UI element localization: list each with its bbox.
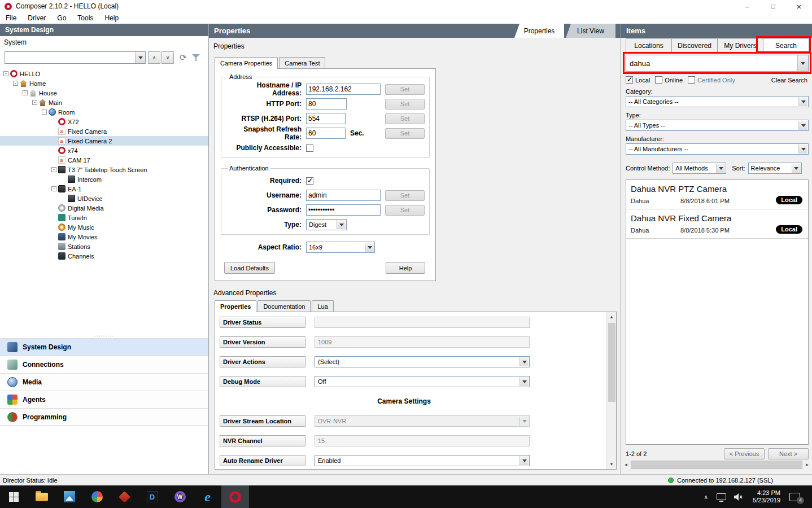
tree-item-house[interactable]: -House [0, 88, 208, 98]
scroll-down-icon[interactable]: ▼ [607, 459, 617, 469]
vertical-scrollbar[interactable]: ▲ ▼ [606, 312, 616, 469]
tab-list-view[interactable]: List View [566, 24, 615, 38]
tray-chevron-icon[interactable]: ∧ [699, 494, 713, 500]
snapshot-rate-input[interactable] [306, 128, 346, 139]
scroll-right-icon[interactable]: ► [802, 460, 812, 470]
type-select[interactable]: -- All Types -- [626, 120, 809, 131]
nav-media[interactable]: Media [0, 373, 208, 391]
driver-search-input[interactable] [626, 55, 808, 71]
tree-item-tunein[interactable]: TuneIn [0, 213, 208, 222]
minimize-button[interactable] [734, 0, 760, 12]
set-hostname-button[interactable]: Set [385, 84, 425, 95]
tab-lua[interactable]: Lua [312, 300, 333, 312]
scrollbar-thumb[interactable] [608, 323, 615, 402]
volume-muted-icon[interactable] [734, 493, 743, 501]
taskbar-app-d-app[interactable] [138, 485, 166, 508]
menu-go[interactable]: Go [51, 14, 72, 22]
menu-help[interactable]: Help [99, 14, 124, 22]
set-username-button[interactable]: Set [385, 190, 425, 201]
property-value-driver-actions[interactable]: (Select) [315, 356, 530, 367]
help-button[interactable]: Help [386, 262, 425, 274]
next-page-button[interactable]: Next > [768, 448, 809, 459]
tab-advanced-properties[interactable]: Properties [215, 300, 256, 312]
tab-camera-properties[interactable]: Camera Properties [215, 57, 278, 69]
collapse-icon[interactable]: - [51, 167, 56, 172]
tree-item-home[interactable]: -Home [0, 78, 208, 88]
collapse-icon[interactable]: - [32, 100, 37, 105]
taskbar-app-internet-explorer[interactable] [194, 485, 221, 508]
collapse-icon[interactable]: - [51, 186, 56, 191]
set-password-button[interactable]: Set [385, 205, 425, 216]
local-checkbox[interactable] [626, 76, 633, 84]
nav-agents[interactable]: Agents [0, 391, 208, 408]
tree-item-fixed-camera[interactable]: Fixed Camera [0, 126, 208, 136]
menu-tools[interactable]: Tools [72, 14, 99, 22]
required-checkbox[interactable] [306, 177, 313, 185]
tab-discovered[interactable]: Discovered [671, 38, 718, 52]
scroll-left-icon[interactable]: ◄ [621, 460, 631, 470]
manufacturer-select[interactable]: -- All Manufacturers -- [626, 143, 809, 155]
scroll-up-icon[interactable]: ▲ [607, 312, 617, 322]
taskbar-app-file-explorer[interactable] [28, 485, 55, 508]
find-next-button[interactable]: ∨ [161, 51, 174, 64]
find-previous-button[interactable]: ∧ [148, 51, 160, 64]
collapse-icon[interactable]: - [3, 71, 8, 76]
tab-search[interactable]: Search [763, 38, 809, 52]
network-icon[interactable] [717, 493, 726, 500]
set-rtsp-port-button[interactable]: Set [385, 113, 425, 124]
tree-item-ea-1[interactable]: -EA-1 [0, 184, 208, 194]
nav-programming[interactable]: Programming [0, 408, 208, 426]
tree-item-t3-7-tabletop-touch-screen[interactable]: -T3 7" Tabletop Touch Screen [0, 165, 208, 174]
auth-type-select[interactable]: Digest [306, 219, 347, 230]
publicly-accessible-checkbox[interactable] [306, 144, 313, 152]
scrollbar-thumb[interactable] [631, 461, 802, 469]
property-label-button[interactable]: Auto Rename Driver [220, 455, 305, 466]
start-button[interactable] [0, 485, 28, 508]
taskbar-app-composer[interactable] [221, 485, 249, 508]
rtsp-port-input[interactable] [306, 113, 346, 124]
refresh-icon[interactable]: ⟳ [180, 52, 187, 63]
close-button[interactable] [786, 0, 812, 12]
property-label-button[interactable]: Driver Version [220, 336, 305, 348]
system-filter-combobox[interactable] [5, 51, 146, 64]
property-label-button[interactable]: Debug Mode [220, 376, 305, 387]
password-input[interactable] [306, 204, 381, 216]
horizontal-scrollbar[interactable]: ◄ ► [621, 460, 812, 470]
tree-item-stations[interactable]: Stations [0, 242, 208, 251]
property-value-debug-mode[interactable]: Off [315, 376, 530, 387]
driver-result-dahua-nvr-ptz-camera[interactable]: Dahua NVR PTZ CameraDahua8/8/2018 6:01 P… [626, 180, 808, 209]
clear-search-link[interactable]: Clear Search [771, 77, 807, 84]
tree-item-channels[interactable]: Channels [0, 251, 208, 261]
load-defaults-button[interactable]: Load Defaults [224, 262, 275, 274]
property-label-button[interactable]: Driver Actions [220, 356, 305, 367]
online-checkbox[interactable] [655, 76, 662, 84]
collapse-icon[interactable]: - [42, 110, 47, 115]
tab-documentation[interactable]: Documentation [257, 300, 311, 312]
tree-item-my-movies[interactable]: My Movies [0, 232, 208, 242]
collapse-icon[interactable]: - [23, 90, 28, 95]
tree-item-cam-17[interactable]: CAM 17 [0, 155, 208, 165]
tree-item-digital-media[interactable]: Digital Media [0, 203, 208, 213]
maximize-button[interactable] [760, 0, 786, 12]
notifications-icon[interactable]: 4 [789, 493, 800, 501]
tree-item-room[interactable]: -Room [0, 107, 208, 117]
control-method-select[interactable]: All Methods [673, 163, 726, 174]
clock[interactable]: 4:23 PM 5/23/2019 [747, 489, 786, 504]
property-label-button[interactable]: Driver Status [220, 317, 305, 328]
filter-funnel-icon[interactable] [191, 53, 200, 62]
tab-properties-view[interactable]: Properties [514, 24, 564, 38]
http-port-input[interactable] [306, 98, 347, 110]
sort-select[interactable]: Relevance [748, 163, 802, 174]
tree-item-x74[interactable]: x74 [0, 146, 208, 155]
username-input[interactable] [306, 190, 381, 201]
tree-item-intercom[interactable]: Intercom [0, 174, 208, 184]
taskbar-app-photos[interactable] [55, 485, 83, 508]
tab-camera-test[interactable]: Camera Test [279, 57, 325, 68]
property-label-button[interactable]: Driver Stream Location [220, 415, 305, 427]
driver-result-dahua-nvr-fixed-camera[interactable]: Dahua NVR Fixed CameraDahua8/8/2018 5:30… [626, 209, 808, 239]
taskbar-app-red-app[interactable] [111, 485, 138, 508]
property-value-auto-rename-driver[interactable]: Enabled [315, 455, 530, 466]
menu-driver[interactable]: Driver [22, 14, 51, 22]
tree-item-main[interactable]: -Main [0, 98, 208, 107]
collapse-icon[interactable]: - [13, 81, 18, 86]
